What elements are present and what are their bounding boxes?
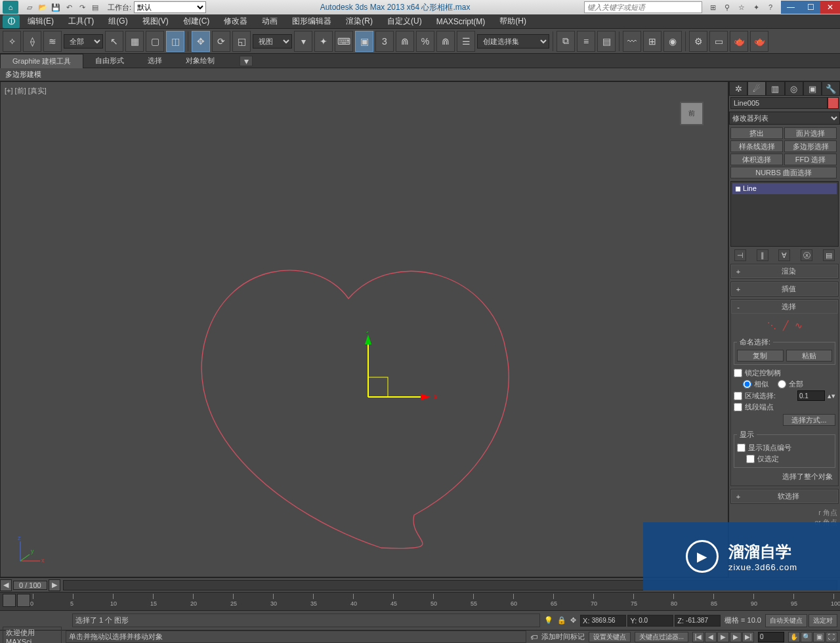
app-logo-icon[interactable]: ⓘ <box>3 15 20 28</box>
menu-customize[interactable]: 自定义(U) <box>381 14 429 28</box>
viewcube[interactable]: 前 <box>675 102 708 135</box>
help-icon[interactable]: ? <box>764 1 777 13</box>
stack-item-line[interactable]: ◼ Line <box>732 183 837 194</box>
manipulate-icon[interactable]: ✦ <box>314 31 333 52</box>
key-mode-1-icon[interactable] <box>3 594 16 607</box>
favorite-icon[interactable]: ✦ <box>749 1 763 13</box>
object-name-input[interactable] <box>730 97 828 109</box>
ribbon-tab-freeform[interactable]: 自由形式 <box>83 54 136 68</box>
maximize-vp-icon[interactable]: ⛶ <box>826 632 837 642</box>
menu-animation[interactable]: 动画 <box>255 14 284 28</box>
minimize-button[interactable]: — <box>781 1 801 14</box>
rollout-render-header[interactable]: +渲染 <box>731 264 838 278</box>
snap-toggle-icon[interactable]: ▣ <box>355 31 373 52</box>
goto-start-icon[interactable]: |◀ <box>692 632 704 642</box>
scale-icon[interactable]: ◱ <box>232 31 251 52</box>
star-icon[interactable]: ☆ <box>735 1 748 13</box>
rollout-interp-header[interactable]: +插值 <box>731 282 838 296</box>
maxscript-mini-listener[interactable]: 欢迎使用 MAXSci <box>3 627 62 643</box>
show-end-icon[interactable]: ∥ <box>757 249 768 261</box>
mod-splinesel[interactable]: 样条线选择 <box>730 140 783 152</box>
selected-obj-button[interactable]: 选定对 <box>808 614 837 627</box>
next-frame-icon[interactable]: ▶ <box>49 579 60 591</box>
save-icon[interactable]: 💾 <box>50 1 62 13</box>
ribbon-min-icon[interactable]: ▾ <box>240 56 253 66</box>
redo-icon[interactable]: ↷ <box>76 1 88 13</box>
viewport[interactable]: [+] [前] [真实] 前 x y x z <box>0 81 728 577</box>
new-icon[interactable]: ▱ <box>24 1 35 13</box>
lock-handles-checkbox[interactable] <box>734 369 742 377</box>
mod-nurbssel[interactable]: NURBS 曲面选择 <box>730 167 837 178</box>
spline-subobj-icon[interactable]: ∿ <box>795 320 803 331</box>
bind-icon[interactable]: ≋ <box>43 31 62 52</box>
render-setup-icon[interactable]: ⚙ <box>689 31 707 52</box>
workspace-dropdown[interactable]: 默认 <box>134 1 206 13</box>
tab-create-icon[interactable]: ✲ <box>729 81 747 96</box>
zoom-icon[interactable]: 🔍 <box>801 632 812 642</box>
object-color-swatch[interactable] <box>828 97 839 109</box>
menu-grapheditors[interactable]: 图形编辑器 <box>285 14 338 28</box>
rotate-icon[interactable]: ⟳ <box>212 31 230 52</box>
viewport-label[interactable]: [+] [前] [真实] <box>5 86 47 96</box>
selection-filter-dropdown[interactable]: 全部 <box>64 34 103 49</box>
menu-create[interactable]: 创建(C) <box>177 14 217 28</box>
material-editor-icon[interactable]: ◉ <box>663 31 682 52</box>
key-mode-2-icon[interactable] <box>17 594 30 607</box>
curve-editor-icon[interactable]: 〰 <box>623 31 641 52</box>
tab-display-icon[interactable]: ▣ <box>803 81 822 96</box>
unlink-icon[interactable]: ⟠ <box>23 31 41 52</box>
viewcube-face[interactable]: 前 <box>680 102 704 125</box>
toolbox-icon[interactable]: ⊞ <box>706 1 719 13</box>
percent-snap-icon[interactable]: ⋒ <box>396 31 414 52</box>
menu-maxscript[interactable]: MAXScript(M) <box>430 16 492 28</box>
ref-coord-dropdown[interactable]: 视图 <box>253 34 292 49</box>
pivot-icon[interactable]: ▾ <box>294 31 312 52</box>
menu-rendering[interactable]: 渲染(R) <box>339 14 379 28</box>
render-frame-icon[interactable]: ▭ <box>709 31 728 52</box>
spinner-snap-icon[interactable]: % <box>416 31 434 52</box>
segment-subobj-icon[interactable]: ╱ <box>783 320 788 331</box>
modifier-list-dropdown[interactable]: 修改器列表 <box>729 112 840 125</box>
key-filters-button[interactable]: 关键点过滤器... <box>635 632 688 642</box>
select-icon[interactable]: ↖ <box>105 31 123 52</box>
unique-icon[interactable]: ∀ <box>778 249 790 261</box>
mirror-icon[interactable]: ⧉ <box>556 31 575 52</box>
y-input[interactable] <box>639 617 673 624</box>
similar-radio[interactable] <box>743 380 751 388</box>
select-by-button[interactable]: 选择方式... <box>783 414 835 426</box>
add-time-tag[interactable]: 添加时间标记 <box>541 632 585 642</box>
goto-end-icon[interactable]: ▶| <box>742 632 754 642</box>
tab-utilities-icon[interactable]: 🔧 <box>822 81 840 96</box>
configure-icon[interactable]: ▤ <box>823 249 835 261</box>
tab-modify-icon[interactable]: ☄ <box>747 81 766 96</box>
exchange-icon[interactable]: ⚲ <box>721 1 734 13</box>
menu-group[interactable]: 组(G) <box>102 14 134 28</box>
open-icon[interactable]: 📂 <box>37 1 49 13</box>
tab-motion-icon[interactable]: ◎ <box>785 81 803 96</box>
search-input[interactable] <box>584 1 702 13</box>
select-region-icon[interactable]: ▢ <box>146 31 164 52</box>
paste-button[interactable]: 粘贴 <box>786 350 833 362</box>
selection-lock-icon[interactable]: 🔒 <box>557 616 566 625</box>
show-vtx-num-checkbox[interactable] <box>737 444 746 452</box>
segment-end-checkbox[interactable] <box>734 403 742 411</box>
current-frame-input[interactable] <box>758 632 784 642</box>
tab-hierarchy-icon[interactable]: ▥ <box>766 81 784 96</box>
link-icon[interactable]: ⟡ <box>3 31 21 52</box>
zoom-ext-icon[interactable]: ▣ <box>813 632 825 642</box>
menu-modifiers[interactable]: 修改器 <box>217 14 254 28</box>
menu-tools[interactable]: 工具(T) <box>62 14 100 28</box>
mod-patchsel[interactable]: 面片选择 <box>784 127 837 139</box>
edged-faces-icon[interactable]: ⋒ <box>436 31 455 52</box>
lock-icon[interactable]: 💡 <box>544 616 553 625</box>
time-tag-icon[interactable]: 🏷 <box>530 633 537 641</box>
vertex-subobj-icon[interactable]: ⋱ <box>767 320 776 331</box>
named-selection-dropdown[interactable]: 创建选择集 <box>477 34 549 49</box>
undo-icon[interactable]: ↶ <box>63 1 75 13</box>
schematic-icon[interactable]: ⊞ <box>643 31 662 52</box>
move-icon[interactable]: ✥ <box>192 31 210 52</box>
align-icon[interactable]: ≡ <box>577 31 595 52</box>
menu-views[interactable]: 视图(V) <box>136 14 175 28</box>
mod-extrude[interactable]: 挤出 <box>730 127 783 139</box>
rollout-softsel-header[interactable]: +软选择 <box>731 489 838 503</box>
